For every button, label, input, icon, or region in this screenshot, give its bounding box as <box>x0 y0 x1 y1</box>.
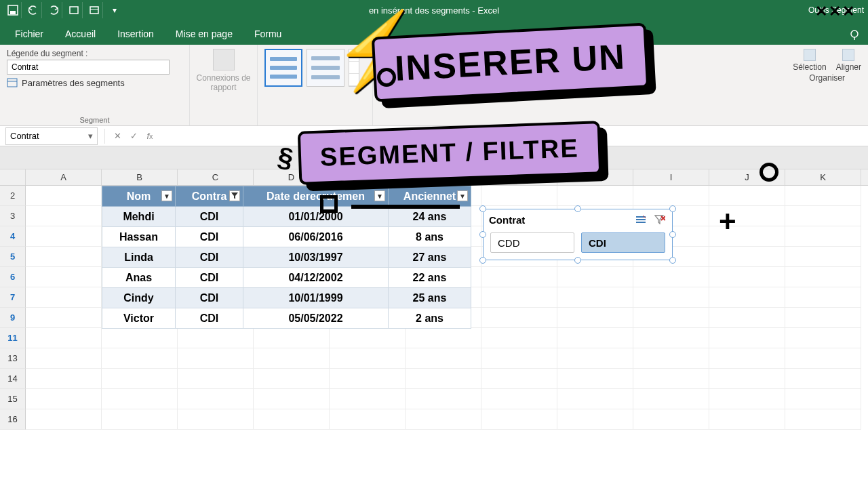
cell[interactable] <box>330 409 406 430</box>
row-header[interactable]: 2 <box>0 186 26 206</box>
table-row[interactable]: AnasCDI04/12/200222 ans <box>102 268 471 288</box>
cell[interactable] <box>709 369 785 389</box>
filter-dropdown-icon[interactable]: ▼ <box>161 190 172 201</box>
cell[interactable] <box>633 348 709 369</box>
table-cell[interactable]: 06/06/2016 <box>243 227 389 247</box>
cell[interactable] <box>709 247 785 267</box>
table-row[interactable]: HassanCDI06/06/20168 ans <box>102 227 471 247</box>
cell[interactable] <box>633 308 709 328</box>
cell[interactable] <box>178 409 254 430</box>
multi-select-icon[interactable] <box>634 214 648 226</box>
resize-handle[interactable] <box>669 205 676 212</box>
col-header[interactable]: F <box>406 169 481 185</box>
col-header[interactable]: J <box>709 169 785 185</box>
cell[interactable] <box>406 348 481 369</box>
table-cell[interactable]: 10/01/1999 <box>243 288 389 308</box>
cell[interactable] <box>254 328 330 348</box>
table-cell[interactable]: 25 ans <box>389 288 471 308</box>
cell[interactable] <box>709 186 785 206</box>
table-row[interactable]: LindaCDI10/03/199727 ans <box>102 247 471 268</box>
cell[interactable] <box>26 369 102 389</box>
cell[interactable] <box>785 186 861 206</box>
table-header-contrat[interactable]: Contra <box>176 186 243 207</box>
cell[interactable] <box>26 226 102 247</box>
table-cell[interactable]: 01/01/2000 <box>243 207 389 227</box>
save-button[interactable] <box>4 2 22 18</box>
cancel-formula-button[interactable]: ✕ <box>109 128 125 144</box>
cell[interactable] <box>633 267 709 287</box>
cell[interactable] <box>633 287 709 308</box>
table-cell[interactable]: 10/03/1997 <box>243 247 389 268</box>
table-cell[interactable]: CDI <box>176 268 243 288</box>
filter-dropdown-icon[interactable]: ▼ <box>374 190 385 201</box>
cell[interactable] <box>481 328 557 348</box>
cell[interactable] <box>709 226 785 247</box>
cell[interactable] <box>481 186 557 206</box>
cell[interactable] <box>254 369 330 389</box>
col-header[interactable]: B <box>102 169 178 185</box>
cell[interactable] <box>709 287 785 308</box>
col-header[interactable]: C <box>178 169 254 185</box>
row-header[interactable]: 7 <box>0 287 26 308</box>
cell[interactable] <box>102 389 178 409</box>
segment-caption-input[interactable] <box>7 60 170 75</box>
filter-dropdown-icon[interactable]: ▼ <box>457 190 468 201</box>
qat-button[interactable] <box>65 2 83 18</box>
cell[interactable] <box>330 369 406 389</box>
slicer-style-gallery[interactable] <box>264 49 366 87</box>
cell[interactable] <box>102 369 178 389</box>
cell[interactable] <box>26 409 102 430</box>
formula-input[interactable] <box>158 127 868 145</box>
cell[interactable] <box>709 348 785 369</box>
row-header[interactable]: 11 <box>0 328 26 348</box>
col-header[interactable]: H <box>557 169 633 185</box>
table-cell[interactable]: Cindy <box>102 288 176 308</box>
select-all-corner[interactable] <box>0 169 26 185</box>
table-cell[interactable]: 8 ans <box>389 227 471 247</box>
tell-me-icon[interactable] <box>845 26 864 45</box>
col-header[interactable]: I <box>633 169 709 185</box>
data-table[interactable]: Nom▼ Contra Date derecrutemen▼ Anciennet… <box>102 186 471 329</box>
tab-fichier[interactable]: Fichier <box>4 23 54 45</box>
table-cell[interactable]: CDI <box>176 288 243 308</box>
resize-handle[interactable] <box>574 205 581 212</box>
redo-button[interactable] <box>45 2 62 18</box>
table-cell[interactable]: 27 ans <box>389 247 471 268</box>
cell[interactable] <box>330 328 406 348</box>
cell[interactable] <box>178 369 254 389</box>
cell[interactable] <box>481 287 557 308</box>
table-cell[interactable]: Victor <box>102 308 176 329</box>
style-swatch[interactable] <box>264 49 302 87</box>
cell[interactable] <box>26 328 102 348</box>
cell[interactable] <box>406 409 481 430</box>
tab-insertion[interactable]: Insertion <box>106 23 165 45</box>
cell[interactable] <box>709 328 785 348</box>
selection-pane-button[interactable]: Sélection <box>793 49 826 72</box>
undo-button[interactable] <box>24 2 42 18</box>
resize-handle[interactable] <box>479 257 486 264</box>
col-header[interactable]: D <box>254 169 330 185</box>
table-cell[interactable]: 04/12/2002 <box>243 268 389 288</box>
cell[interactable] <box>481 369 557 389</box>
cell[interactable] <box>330 389 406 409</box>
filter-active-icon[interactable] <box>229 190 240 201</box>
table-cell[interactable]: Linda <box>102 247 176 268</box>
cell[interactable] <box>785 369 861 389</box>
table-header-nom[interactable]: Nom▼ <box>102 186 176 207</box>
cell[interactable] <box>709 267 785 287</box>
table-header-anciennete[interactable]: Anciennet▼ <box>389 186 471 207</box>
cell[interactable] <box>633 369 709 389</box>
cell[interactable] <box>785 389 861 409</box>
cell[interactable] <box>785 206 861 226</box>
col-header[interactable]: E <box>330 169 406 185</box>
cell[interactable] <box>254 409 330 430</box>
cell[interactable] <box>557 308 633 328</box>
cell[interactable] <box>557 267 633 287</box>
cell[interactable] <box>406 389 481 409</box>
slicer-option-cdi[interactable]: CDI <box>581 232 665 253</box>
col-header[interactable]: A <box>26 169 102 185</box>
cell[interactable] <box>254 348 330 369</box>
cell[interactable] <box>26 206 102 226</box>
cell[interactable] <box>26 287 102 308</box>
cell[interactable] <box>330 348 406 369</box>
